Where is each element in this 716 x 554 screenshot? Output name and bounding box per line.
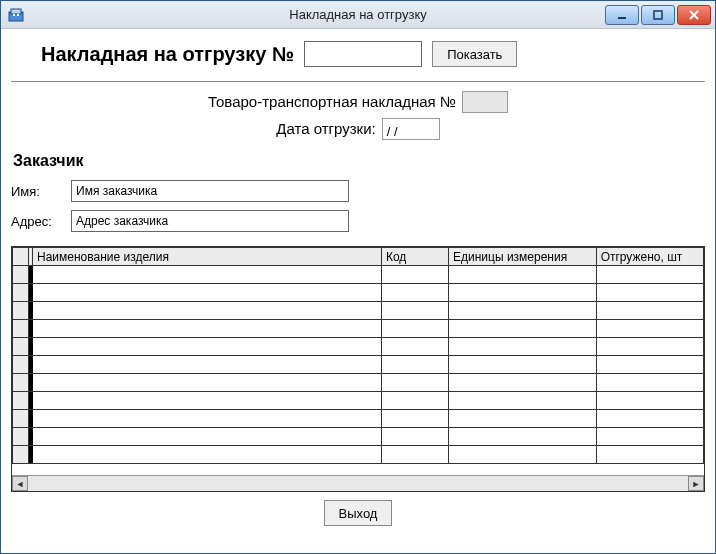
table-row[interactable] xyxy=(13,320,704,338)
cell-qty[interactable] xyxy=(596,392,703,410)
cell-qty[interactable] xyxy=(596,446,703,464)
cell-unit[interactable] xyxy=(449,374,597,392)
cell-qty[interactable] xyxy=(596,374,703,392)
cell-code[interactable] xyxy=(381,266,448,284)
svg-rect-2 xyxy=(13,14,15,16)
row-header[interactable] xyxy=(13,302,29,320)
cell-unit[interactable] xyxy=(449,266,597,284)
col-qty[interactable]: Отгружено, шт xyxy=(596,248,703,266)
items-grid[interactable]: Наименование изделия Код Единицы измерен… xyxy=(11,246,705,492)
app-window: Накладная на отгрузку Накладная на отгру… xyxy=(0,0,716,554)
customer-name-input[interactable] xyxy=(71,180,349,202)
table-row[interactable] xyxy=(13,302,704,320)
cell-code[interactable] xyxy=(381,374,448,392)
app-icon xyxy=(7,6,25,24)
cell-unit[interactable] xyxy=(449,392,597,410)
cell-qty[interactable] xyxy=(596,284,703,302)
cell-name[interactable] xyxy=(33,266,382,284)
table-row[interactable] xyxy=(13,428,704,446)
row-header-corner xyxy=(13,248,29,266)
ttn-label: Товаро-транспортная накладная № xyxy=(208,88,456,115)
ttn-number-display xyxy=(462,91,508,113)
customer-name-label: Имя: xyxy=(11,184,61,199)
col-code[interactable]: Код xyxy=(381,248,448,266)
col-unit[interactable]: Единицы измерения xyxy=(449,248,597,266)
minimize-button[interactable] xyxy=(605,5,639,25)
cell-name[interactable] xyxy=(33,284,382,302)
close-button[interactable] xyxy=(677,5,711,25)
cell-name[interactable] xyxy=(33,374,382,392)
cell-qty[interactable] xyxy=(596,302,703,320)
cell-qty[interactable] xyxy=(596,410,703,428)
cell-code[interactable] xyxy=(381,428,448,446)
row-header[interactable] xyxy=(13,428,29,446)
cell-code[interactable] xyxy=(381,356,448,374)
cell-code[interactable] xyxy=(381,410,448,428)
scroll-right-button[interactable]: ► xyxy=(688,476,704,491)
cell-name[interactable] xyxy=(33,446,382,464)
cell-unit[interactable] xyxy=(449,302,597,320)
cell-unit[interactable] xyxy=(449,446,597,464)
row-header[interactable] xyxy=(13,338,29,356)
customer-section-title: Заказчик xyxy=(13,152,705,170)
titlebar: Накладная на отгрузку xyxy=(1,1,715,29)
table-row[interactable] xyxy=(13,266,704,284)
cell-name[interactable] xyxy=(33,428,382,446)
table-row[interactable] xyxy=(13,338,704,356)
cell-code[interactable] xyxy=(381,284,448,302)
row-header[interactable] xyxy=(13,410,29,428)
table-row[interactable] xyxy=(13,284,704,302)
table-row[interactable] xyxy=(13,392,704,410)
items-table[interactable]: Наименование изделия Код Единицы измерен… xyxy=(12,247,704,464)
cell-name[interactable] xyxy=(33,392,382,410)
cell-code[interactable] xyxy=(381,338,448,356)
horizontal-scrollbar[interactable]: ◄ ► xyxy=(12,475,704,491)
cell-unit[interactable] xyxy=(449,284,597,302)
row-header[interactable] xyxy=(13,446,29,464)
ship-date-label: Дата отгрузки: xyxy=(276,115,375,142)
row-header[interactable] xyxy=(13,266,29,284)
table-row[interactable] xyxy=(13,374,704,392)
table-row[interactable] xyxy=(13,356,704,374)
cell-code[interactable] xyxy=(381,320,448,338)
cell-qty[interactable] xyxy=(596,266,703,284)
cell-name[interactable] xyxy=(33,302,382,320)
exit-button[interactable]: Выход xyxy=(324,500,393,526)
scroll-track[interactable] xyxy=(28,476,688,491)
customer-addr-input[interactable] xyxy=(71,210,349,232)
cell-name[interactable] xyxy=(33,320,382,338)
show-button[interactable]: Показать xyxy=(432,41,517,67)
cell-unit[interactable] xyxy=(449,338,597,356)
table-row[interactable] xyxy=(13,446,704,464)
customer-name-row: Имя: xyxy=(11,180,705,202)
invoice-number-input[interactable] xyxy=(304,41,422,67)
cell-code[interactable] xyxy=(381,446,448,464)
cell-qty[interactable] xyxy=(596,356,703,374)
cell-unit[interactable] xyxy=(449,356,597,374)
cell-name[interactable] xyxy=(33,338,382,356)
customer-addr-row: Адрес: xyxy=(11,210,705,232)
cell-qty[interactable] xyxy=(596,338,703,356)
cell-qty[interactable] xyxy=(596,320,703,338)
maximize-button[interactable] xyxy=(641,5,675,25)
cell-unit[interactable] xyxy=(449,410,597,428)
row-header[interactable] xyxy=(13,284,29,302)
cell-code[interactable] xyxy=(381,392,448,410)
cell-name[interactable] xyxy=(33,410,382,428)
cell-unit[interactable] xyxy=(449,428,597,446)
table-row[interactable] xyxy=(13,410,704,428)
window-controls xyxy=(605,5,711,25)
cell-code[interactable] xyxy=(381,302,448,320)
scroll-left-button[interactable]: ◄ xyxy=(12,476,28,491)
row-header[interactable] xyxy=(13,320,29,338)
row-header[interactable] xyxy=(13,392,29,410)
cell-name[interactable] xyxy=(33,356,382,374)
cell-qty[interactable] xyxy=(596,428,703,446)
row-header[interactable] xyxy=(13,356,29,374)
ship-date-display: / / xyxy=(382,118,440,140)
page-title: Накладная на отгрузку № xyxy=(41,43,294,66)
row-header[interactable] xyxy=(13,374,29,392)
col-name[interactable]: Наименование изделия xyxy=(33,248,382,266)
divider xyxy=(11,81,705,82)
cell-unit[interactable] xyxy=(449,320,597,338)
